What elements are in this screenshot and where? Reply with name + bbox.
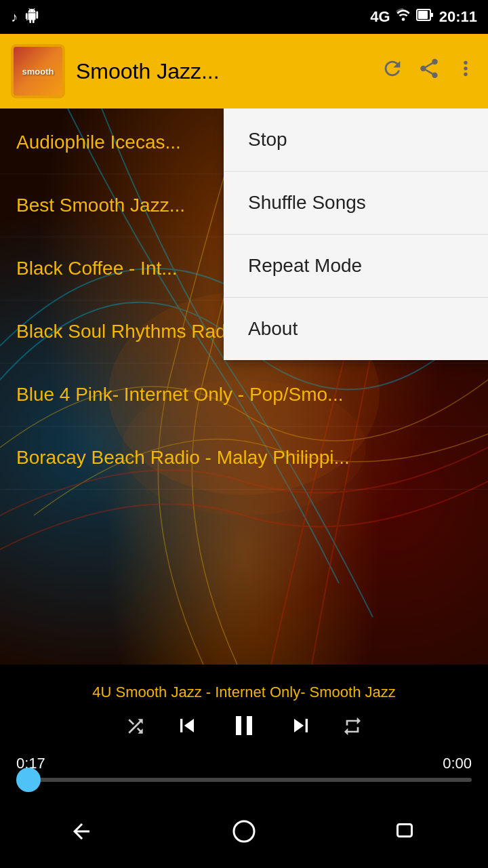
app-logo: smooth bbox=[11, 44, 65, 98]
total-time: 0:00 bbox=[443, 755, 472, 772]
menu-item-shuffle[interactable]: Shuffle Songs bbox=[224, 172, 488, 235]
menu-item-about[interactable]: About bbox=[224, 298, 488, 360]
next-button[interactable] bbox=[287, 712, 314, 745]
dropdown-menu: Stop Shuffle Songs Repeat Mode About bbox=[224, 108, 488, 360]
time-display: 20:11 bbox=[439, 8, 477, 26]
bottom-nav bbox=[0, 800, 488, 868]
player-bar: 4U Smooth Jazz - Internet Only- Smooth J… bbox=[0, 665, 488, 800]
pause-button[interactable] bbox=[228, 709, 260, 748]
signal-icon bbox=[396, 7, 411, 26]
svg-point-6 bbox=[234, 821, 254, 842]
status-bar: ♪ 4G 20:11 bbox=[0, 0, 488, 34]
back-button[interactable] bbox=[69, 819, 94, 849]
recents-button[interactable] bbox=[394, 819, 419, 849]
status-left-icons: ♪ bbox=[11, 8, 39, 26]
share-button[interactable] bbox=[418, 57, 441, 85]
svg-rect-2 bbox=[418, 11, 428, 19]
progress-thumb[interactable] bbox=[16, 768, 41, 792]
player-time-row: 0:17 0:00 bbox=[16, 755, 472, 772]
svg-point-0 bbox=[401, 18, 405, 21]
content-area: Audiophile Icecas... Best Smooth Jazz...… bbox=[0, 108, 488, 665]
toolbar: smooth Smooth Jazz... bbox=[0, 34, 488, 108]
status-right-info: 4G 20:11 bbox=[370, 7, 477, 26]
more-options-button[interactable] bbox=[454, 57, 477, 85]
network-indicator: 4G bbox=[370, 8, 390, 26]
previous-button[interactable] bbox=[174, 712, 201, 745]
menu-item-stop[interactable]: Stop bbox=[224, 108, 488, 172]
toolbar-title: Smooth Jazz... bbox=[76, 59, 370, 84]
home-button[interactable] bbox=[232, 819, 256, 849]
music-note-icon: ♪ bbox=[11, 9, 18, 25]
battery-icon bbox=[416, 7, 434, 26]
svg-rect-3 bbox=[430, 13, 433, 17]
svg-rect-7 bbox=[398, 825, 412, 837]
now-playing-text: 4U Smooth Jazz - Internet Only- Smooth J… bbox=[16, 684, 472, 701]
shuffle-button[interactable] bbox=[125, 715, 146, 742]
progress-bar[interactable] bbox=[16, 778, 472, 782]
android-icon bbox=[24, 8, 39, 26]
repeat-button[interactable] bbox=[342, 715, 363, 742]
toolbar-actions bbox=[381, 57, 477, 85]
player-controls bbox=[125, 709, 363, 748]
menu-item-repeat[interactable]: Repeat Mode bbox=[224, 235, 488, 298]
refresh-button[interactable] bbox=[381, 57, 404, 85]
